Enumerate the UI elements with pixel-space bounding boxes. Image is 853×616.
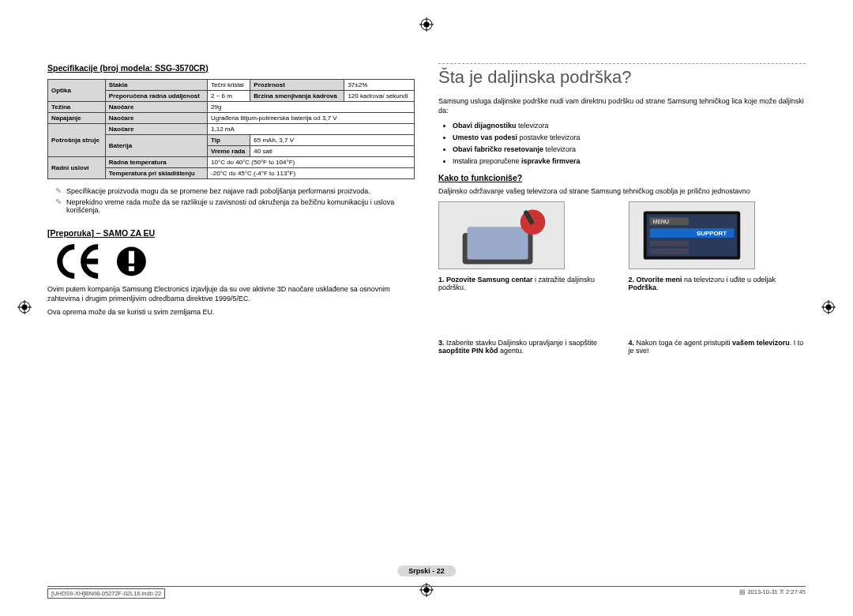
- cell: Baterija: [105, 135, 207, 157]
- how-heading: Kako to funkcioniše?: [438, 173, 806, 182]
- svg-text:MENU: MENU: [652, 219, 668, 224]
- cell: Tečni kristal: [208, 80, 250, 91]
- list-item: Instalira preporučene ispravke firmvera: [453, 157, 806, 165]
- crop-mark-right: [821, 300, 836, 316]
- cell: -20°C do 45°C (-4°F to 113°F): [208, 168, 415, 179]
- print-footer: [UHDS9-XH]BN68-05272F-02L16.indb 22 ▤ 20…: [47, 586, 806, 599]
- cell: 40 sati: [250, 146, 415, 157]
- eu-para-2: Ova oprema može da se koristi u svim zem…: [47, 308, 415, 317]
- cell: Potrošnja struje: [48, 124, 106, 157]
- list-item: Obavi dijagnostiku televizora: [453, 122, 806, 130]
- eu-heading: [Preporuka] – SAMO ZA EU: [47, 228, 415, 238]
- crop-mark-left: [17, 300, 32, 316]
- svg-rect-22: [468, 227, 528, 259]
- how-para: Daljinsko održavanje vašeg televizora od…: [438, 187, 806, 197]
- spec-heading: Specifikacije (broj modela: SSG-3570CR): [47, 63, 415, 73]
- cell: 2 ~ 6 m: [208, 91, 250, 102]
- note-icon: ✎: [55, 198, 62, 206]
- step-2-image: MENU SUPPORT: [629, 201, 755, 269]
- note-text: Specifikacije proizvoda mogu da se prome…: [66, 187, 370, 195]
- cell: Prozirnost: [250, 80, 344, 91]
- step-1: 1. Pozovite Samsung centar i zatražite d…: [438, 201, 616, 291]
- cell: 120 kadrova/ sekundi: [344, 91, 415, 102]
- list-item: Obavi fabričko resetovanje televizora: [453, 145, 806, 153]
- note-1: ✎ Specifikacije proizvoda mogu da se pro…: [55, 187, 415, 195]
- cell: Vreme rada: [208, 146, 250, 157]
- note-2: ✎ Neprekidno vreme rada može da se razli…: [55, 198, 415, 214]
- cell: 1,12 mA: [208, 124, 415, 135]
- cell: Brzina smenjivanja kadrova: [250, 91, 344, 102]
- spec-table: Optika Stakla Tečni kristal Prozirnost 3…: [47, 79, 415, 179]
- cell: 65 mAh, 3,7 V: [250, 135, 415, 146]
- note-icon: ✎: [55, 187, 62, 195]
- svg-point-3: [424, 22, 430, 28]
- list-item: Umesto vas podesi postavke televizora: [453, 133, 806, 141]
- eu-para-1: Ovim putem kompanija Samsung Electronics…: [47, 285, 415, 303]
- step-4: 4. Nakon toga će agent pristupiti vašem …: [629, 339, 806, 355]
- svg-rect-33: [649, 249, 688, 254]
- svg-point-7: [22, 305, 28, 310]
- cell: 29g: [208, 102, 415, 113]
- svg-rect-18: [129, 251, 134, 264]
- svg-rect-19: [129, 266, 134, 271]
- footer-timestamp: ▤ 2013-10-31 ⧖ 2:27:45: [739, 588, 806, 599]
- cell: Napajanje: [48, 113, 106, 124]
- svg-text:SUPPORT: SUPPORT: [696, 230, 726, 237]
- svg-point-11: [826, 305, 832, 310]
- cell: Naočare: [105, 102, 207, 113]
- cell: Optika: [48, 80, 106, 102]
- cell: Naočare: [105, 113, 207, 124]
- step-1-image: [438, 201, 565, 269]
- cell: Stakla: [105, 80, 207, 91]
- remote-support-title: Šta je daljinska podrška?: [438, 63, 806, 88]
- right-column: Šta je daljinska podrška? Samsung usluga…: [438, 63, 806, 355]
- cell: Ugrađena litijum-polimerska baterija od …: [208, 113, 415, 124]
- ce-mark-icons: [47, 244, 415, 279]
- svg-rect-32: [649, 241, 688, 246]
- cell: Radna temperatura: [105, 157, 207, 168]
- cell: 10°C do 40°C (50°F to 104°F): [208, 157, 415, 168]
- page-number-badge: Srpski - 22: [397, 565, 456, 577]
- left-column: Specifikacije (broj modela: SSG-3570CR) …: [47, 63, 415, 355]
- cell: Težina: [48, 102, 106, 113]
- intro-para: Samsung usluga daljinske podrške nudi va…: [438, 97, 806, 115]
- cell: Preporučena radna udaljenost: [105, 91, 207, 102]
- step-3: 3. Izaberite stavku Daljinsko upravljanj…: [438, 339, 616, 355]
- footer-filename: [UHDS9-XH]BN68-05272F-02L16.indb 22: [47, 588, 165, 599]
- note-text: Neprekidno vreme rada može da se razliku…: [66, 198, 415, 214]
- step-2: MENU SUPPORT 2. Otvorite meni na televiz…: [629, 201, 806, 291]
- crop-mark-top: [419, 17, 434, 33]
- feature-list: Obavi dijagnostiku televizora Umesto vas…: [453, 122, 806, 165]
- cell: Naočare: [105, 124, 207, 135]
- cell: Radni uslovi: [48, 157, 106, 179]
- cell: Tip: [208, 135, 250, 146]
- cell: 37±2%: [344, 80, 415, 91]
- cell: Temperatura pri skladištenju: [105, 168, 207, 179]
